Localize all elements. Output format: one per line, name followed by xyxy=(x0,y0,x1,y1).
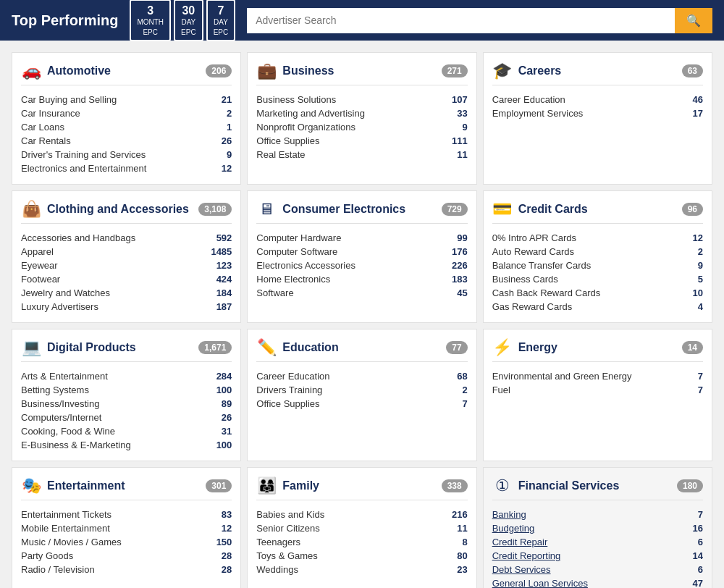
subcategory-row: General Loan Services47 xyxy=(492,576,703,588)
subcategory-name: Car Rentals xyxy=(21,135,71,146)
subcategory-name: Office Supplies xyxy=(256,398,319,409)
subcategory-name: Radio / Television xyxy=(21,564,95,575)
subcategory-row: Betting Systems100 xyxy=(21,383,232,397)
subcategory-name: Eyewear xyxy=(21,260,58,271)
subcategory-row: 0% Intro APR Cards12 xyxy=(492,231,703,245)
category-title-family[interactable]: Family xyxy=(282,479,435,492)
subcategory-name: Software xyxy=(256,287,293,298)
subcategory-name: Auto Reward Cards xyxy=(492,246,574,257)
subcategory-row: Car Buying and Selling21 xyxy=(21,93,232,106)
subcategory-count: 150 xyxy=(210,537,232,547)
subcategory-row: Car Rentals26 xyxy=(21,134,232,148)
subcategory-row: Electronics Accessories226 xyxy=(256,259,467,272)
subcategory-count: 23 xyxy=(446,564,468,575)
category-panel-consumer-electronics: 🖥Consumer Electronics729Computer Hardwar… xyxy=(247,190,476,323)
search-input[interactable] xyxy=(247,8,675,33)
category-count-energy: 14 xyxy=(682,341,703,354)
subcategory-row: Balance Transfer Cards9 xyxy=(492,259,703,272)
subcategory-count: 46 xyxy=(681,94,703,105)
subcategory-name[interactable]: General Loan Services xyxy=(492,578,588,588)
category-header-digital-products: 💻Digital Products1,671 xyxy=(21,338,232,362)
3-month-epc-button[interactable]: 3MONTHEPC xyxy=(130,0,171,41)
subcategory-row: Footwear424 xyxy=(21,272,232,286)
subcategory-count: 111 xyxy=(446,135,468,146)
category-count-digital-products: 1,671 xyxy=(198,341,232,354)
education-icon: ✏️ xyxy=(256,338,277,357)
subcategory-name: Career Education xyxy=(492,94,565,105)
subcategory-count: 2 xyxy=(681,246,703,257)
subcategory-name: Employment Services xyxy=(492,108,584,119)
subcategory-name: Environmental and Green Energy xyxy=(492,371,632,382)
subcategory-count: 26 xyxy=(210,135,232,146)
subcategory-name: Electronics and Entertainment xyxy=(21,163,146,174)
category-title-business[interactable]: Business xyxy=(282,64,435,77)
subcategory-count: 2 xyxy=(446,385,468,395)
category-title-automotive[interactable]: Automotive xyxy=(47,64,200,77)
category-header-family: 👨‍👩‍👧Family338 xyxy=(256,476,467,500)
category-count-entertainment: 301 xyxy=(206,479,232,492)
subcategory-row: Office Supplies7 xyxy=(256,397,467,411)
subcategory-name: Home Electronics xyxy=(256,274,330,285)
category-title-careers[interactable]: Careers xyxy=(518,64,676,77)
category-count-automotive: 206 xyxy=(206,64,232,77)
category-title-education[interactable]: Education xyxy=(282,341,440,354)
category-title-financial-services[interactable]: Financial Services xyxy=(518,479,671,492)
subcategory-row: Jewelry and Watches184 xyxy=(21,286,232,300)
category-title-credit-cards[interactable]: Credit Cards xyxy=(518,203,676,216)
subcategory-count: 10 xyxy=(681,287,703,298)
subcategory-name[interactable]: Budgeting xyxy=(492,523,535,534)
subcategory-name: Business/Investing xyxy=(21,398,99,409)
clothing-icon: 👜 xyxy=(21,200,41,219)
subcategory-row: Teenagers8 xyxy=(256,535,467,549)
subcategory-row: Business Cards5 xyxy=(492,272,703,286)
search-area: 🔍 xyxy=(247,8,712,33)
subcategory-row: E-Business & E-Marketing100 xyxy=(21,438,232,452)
category-count-business: 271 xyxy=(442,64,468,77)
subcategory-count: 9 xyxy=(681,260,703,271)
subcategory-name: Mobile Entertainment xyxy=(21,523,110,534)
category-header-consumer-electronics: 🖥Consumer Electronics729 xyxy=(256,200,467,224)
category-title-clothing[interactable]: Clothing and Accessories xyxy=(47,203,193,216)
subcategory-name: Real Estate xyxy=(256,149,305,160)
category-panel-financial-services: ①Financial Services180Banking7Budgeting1… xyxy=(483,467,712,588)
subcategory-name: Computer Hardware xyxy=(256,232,341,243)
subcategory-name: Gas Reward Cards xyxy=(492,301,573,312)
subcategory-name[interactable]: Debt Services xyxy=(492,564,551,575)
category-title-entertainment[interactable]: Entertainment xyxy=(47,479,200,492)
subcategory-name: Accessories and Handbags xyxy=(21,232,135,243)
subcategory-row: Computer Software176 xyxy=(256,245,467,259)
category-title-consumer-electronics[interactable]: Consumer Electronics xyxy=(282,203,435,216)
subcategory-count: 7 xyxy=(446,398,468,409)
subcategory-name: Arts & Entertainment xyxy=(21,371,108,382)
subcategory-count: 100 xyxy=(210,385,232,395)
subcategory-row: Marketing and Advertising33 xyxy=(256,106,467,120)
subcategory-row: Debt Services6 xyxy=(492,563,703,576)
subcategory-count: 226 xyxy=(446,260,468,271)
category-title-energy[interactable]: Energy xyxy=(518,341,676,354)
subcategory-row: Environmental and Green Energy7 xyxy=(492,369,703,383)
page-title: Top Performing xyxy=(12,12,118,29)
subcategory-count: 9 xyxy=(446,122,468,133)
30-day-epc-button[interactable]: 30DAYEPC xyxy=(174,0,203,41)
subcategory-name[interactable]: Credit Repair xyxy=(492,537,548,547)
business-icon: 💼 xyxy=(256,62,277,80)
category-panel-credit-cards: 💳Credit Cards960% Intro APR Cards12Auto … xyxy=(483,190,712,323)
search-button[interactable]: 🔍 xyxy=(675,8,712,33)
subcategory-name: Computers/Internet xyxy=(21,412,101,423)
subcategory-count: 8 xyxy=(446,537,468,547)
subcategory-name[interactable]: Credit Reporting xyxy=(492,550,561,561)
subcategory-name: Business Cards xyxy=(492,274,558,285)
subcategory-count: 6 xyxy=(681,564,703,575)
subcategory-name: Betting Systems xyxy=(21,385,89,395)
category-panel-digital-products: 💻Digital Products1,671Arts & Entertainme… xyxy=(12,329,241,461)
subcategory-name: Driver's Training and Services xyxy=(21,149,146,160)
subcategory-count: 592 xyxy=(210,232,232,243)
subcategory-name[interactable]: Banking xyxy=(492,509,526,520)
careers-icon: 🎓 xyxy=(492,62,513,80)
subcategory-count: 47 xyxy=(681,578,703,588)
7-day-epc-button[interactable]: 7DAYEPC xyxy=(206,0,236,41)
category-panel-energy: ⚡Energy14Environmental and Green Energy7… xyxy=(483,329,712,461)
subcategory-row: Arts & Entertainment284 xyxy=(21,369,232,383)
category-title-digital-products[interactable]: Digital Products xyxy=(47,341,193,354)
epc-button-group: 3MONTHEPC 30DAYEPC 7DAYEPC xyxy=(130,0,235,41)
